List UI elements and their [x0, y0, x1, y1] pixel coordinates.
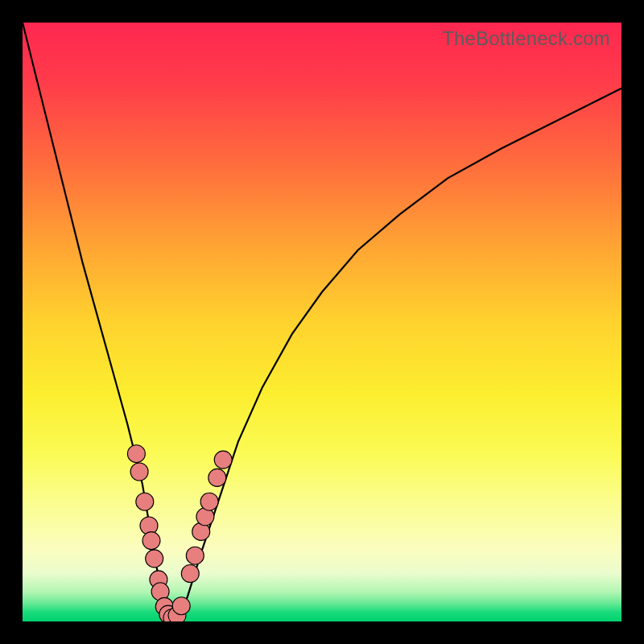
- data-dot: [181, 565, 199, 583]
- data-dot: [130, 463, 148, 481]
- data-dot: [142, 532, 160, 550]
- bottleneck-curve: [23, 23, 621, 621]
- chart-plot-area: TheBottleneck.com: [23, 23, 621, 621]
- curve-group: [23, 23, 621, 621]
- data-dot: [146, 550, 163, 568]
- data-dot: [127, 445, 145, 463]
- chart-frame: TheBottleneck.com: [0, 0, 644, 644]
- data-dot: [214, 451, 232, 469]
- data-dot: [136, 493, 154, 510]
- chart-svg: [23, 23, 621, 621]
- data-dot: [172, 597, 190, 615]
- data-dot: [186, 547, 204, 564]
- data-dot: [200, 493, 218, 510]
- data-dot: [208, 469, 226, 486]
- data-dots-group: [127, 445, 232, 621]
